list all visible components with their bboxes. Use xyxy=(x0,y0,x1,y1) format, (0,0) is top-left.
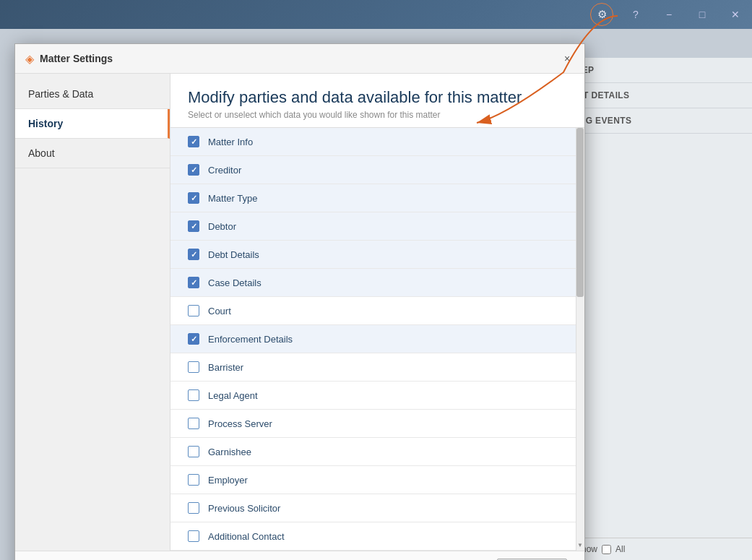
app-icon: ◈ xyxy=(25,52,34,66)
help-button[interactable]: ? xyxy=(619,0,652,29)
dialog-sidebar: Parties & Data History About xyxy=(15,74,170,551)
dialog-main: Modify parties and data available for th… xyxy=(170,74,584,551)
checkbox-label-legal-agent: Legal Agent xyxy=(208,390,258,401)
checkbox-label-enforcement-details: Enforcement Details xyxy=(208,334,293,345)
checkbox-previous-solicitor[interactable] xyxy=(188,502,199,514)
dialog-title: Matter Settings xyxy=(40,53,113,64)
checkbox-item-additional-contact[interactable]: Additional Contact xyxy=(170,522,584,551)
checkbox-process-server[interactable] xyxy=(188,418,199,429)
checkbox-label-debt-details: Debt Details xyxy=(208,249,259,260)
dialog-main-subtitle: Select or unselect which data you would … xyxy=(188,110,567,120)
checkbox-label-creditor: Creditor xyxy=(208,165,241,176)
dialog-footer: SAVE xyxy=(15,551,584,560)
checkbox-label-matter-type: Matter Type xyxy=(208,193,257,204)
sidebar-item-about[interactable]: About xyxy=(15,139,170,168)
checkbox-legal-agent[interactable] xyxy=(188,389,199,401)
checkbox-label-debtor: Debtor xyxy=(208,221,236,232)
checkbox-item-court[interactable]: Court xyxy=(170,297,584,325)
checkbox-employer[interactable] xyxy=(188,474,199,486)
checkbox-label-court: Court xyxy=(208,306,231,316)
checkbox-additional-contact[interactable] xyxy=(188,530,199,542)
titlebar: ⚙ ? − □ ✕ xyxy=(0,0,752,29)
checkbox-debtor[interactable] xyxy=(188,220,199,232)
checkbox-label-barrister: Barrister xyxy=(208,362,243,373)
window-close-button[interactable]: ✕ xyxy=(719,0,752,29)
matter-settings-dialog: ◈ Matter Settings × Parties & Data Histo… xyxy=(14,43,585,560)
checkbox-label-matter-info: Matter Info xyxy=(208,137,253,147)
scrollbar-track[interactable]: ▲ ▼ xyxy=(576,128,584,551)
checkbox-item-previous-solicitor[interactable]: Previous Solicitor xyxy=(170,494,584,522)
checkbox-barrister[interactable] xyxy=(188,361,199,373)
checkbox-item-enforcement-details[interactable]: Enforcement Details xyxy=(170,325,584,353)
checkbox-item-matter-info[interactable]: Matter Info xyxy=(170,128,584,156)
dialog-main-header: Modify parties and data available for th… xyxy=(170,74,584,127)
checkbox-creditor[interactable] xyxy=(188,164,199,176)
dialog-overlay: ◈ Matter Settings × Parties & Data Histo… xyxy=(0,29,752,560)
sidebar-item-history[interactable]: History xyxy=(15,109,170,139)
checkbox-item-barrister[interactable]: Barrister xyxy=(170,353,584,382)
dialog-titlebar: ◈ Matter Settings × xyxy=(15,44,584,74)
checkbox-item-legal-agent[interactable]: Legal Agent xyxy=(170,382,584,410)
minimize-button[interactable]: − xyxy=(652,0,686,29)
checkbox-label-previous-solicitor: Previous Solicitor xyxy=(208,503,280,514)
checkbox-matter-type[interactable] xyxy=(188,192,199,204)
checkbox-matter-info[interactable] xyxy=(188,136,199,147)
checkbox-item-creditor[interactable]: Creditor xyxy=(170,156,584,184)
settings-icon-button[interactable]: ⚙ xyxy=(590,3,613,26)
restore-button[interactable]: □ xyxy=(686,0,719,29)
dialog-close-button[interactable]: × xyxy=(560,51,574,66)
dialog-main-title: Modify parties and data available for th… xyxy=(188,88,567,107)
checkbox-label-additional-contact: Additional Contact xyxy=(208,531,285,542)
checkbox-garnishee[interactable] xyxy=(188,446,199,457)
sidebar-item-parties[interactable]: Parties & Data xyxy=(15,79,170,109)
checkbox-item-process-server[interactable]: Process Server xyxy=(170,410,584,438)
checkbox-item-employer[interactable]: Employer xyxy=(170,466,584,494)
scrollbar-thumb[interactable] xyxy=(576,128,584,297)
checkbox-label-employer: Employer xyxy=(208,475,248,486)
checkbox-item-case-details[interactable]: Case Details xyxy=(170,269,584,297)
checkbox-label-garnishee: Garnishee xyxy=(208,447,251,457)
checkbox-item-matter-type[interactable]: Matter Type xyxy=(170,184,584,212)
checkbox-label-case-details: Case Details xyxy=(208,277,262,288)
checkbox-enforcement-details[interactable] xyxy=(188,333,199,345)
checkbox-label-process-server: Process Server xyxy=(208,418,272,429)
scroll-down-arrow[interactable]: ▼ xyxy=(576,539,584,551)
checkbox-list: Matter InfoCreditorMatter TypeDebtorDebt… xyxy=(170,127,584,551)
checkbox-court[interactable] xyxy=(188,305,199,316)
checkbox-item-debtor[interactable]: Debtor xyxy=(170,212,584,241)
checkbox-debt-details[interactable] xyxy=(188,249,199,260)
dialog-body: Parties & Data History About Modify part… xyxy=(15,74,584,551)
checkbox-item-debt-details[interactable]: Debt Details xyxy=(170,241,584,269)
checkbox-case-details[interactable] xyxy=(188,277,199,288)
checkbox-item-garnishee[interactable]: Garnishee xyxy=(170,438,584,466)
